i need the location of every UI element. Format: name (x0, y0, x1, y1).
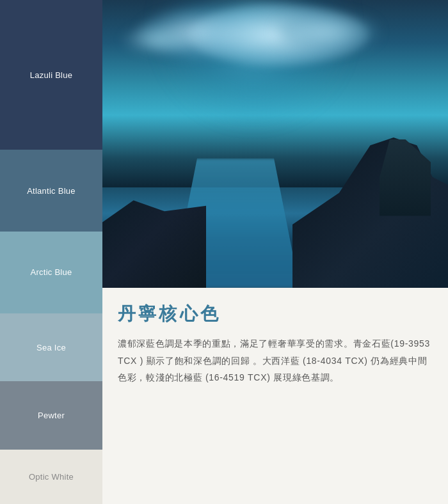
color-label-pewter: Pewter (38, 411, 65, 420)
cloud-4 (120, 24, 196, 56)
text-area: 丹寧核心色 濃郁深藍色調是本季的重點，滿足了輕奢華享受的需求。青金石藍(19-3… (102, 288, 448, 504)
color-label-arctic: Arctic Blue (31, 267, 72, 277)
color-label-atlantic: Atlantic Blue (27, 186, 76, 196)
photo-scene (102, 0, 448, 288)
description-text: 濃郁深藍色調是本季的重點，滿足了輕奢華享受的需求。青金石藍(19-3953 TC… (118, 335, 433, 386)
color-block-arctic[interactable]: Arctic Blue (0, 232, 102, 313)
color-block-seaice[interactable]: Sea Ice (0, 313, 102, 381)
color-sidebar: Lazuli Blue Atlantic Blue Arctic Blue Se… (0, 0, 102, 504)
color-block-atlantic[interactable]: Atlantic Blue (0, 150, 102, 232)
color-label-seaice: Sea Ice (36, 343, 66, 352)
cloud-3 (275, 13, 378, 51)
color-block-lazuli[interactable]: Lazuli Blue (0, 0, 102, 150)
hero-photo (102, 0, 448, 288)
cloud-layer (102, 0, 448, 159)
color-block-opticwhite[interactable]: Optic White (0, 450, 102, 504)
color-block-pewter[interactable]: Pewter (0, 381, 102, 449)
page-title: 丹寧核心色 (118, 302, 433, 326)
color-label-lazuli: Lazuli Blue (30, 70, 72, 80)
main-content: 丹寧核心色 濃郁深藍色調是本季的重點，滿足了輕奢華享受的需求。青金石藍(19-3… (102, 0, 448, 504)
color-label-opticwhite: Optic White (29, 472, 74, 482)
